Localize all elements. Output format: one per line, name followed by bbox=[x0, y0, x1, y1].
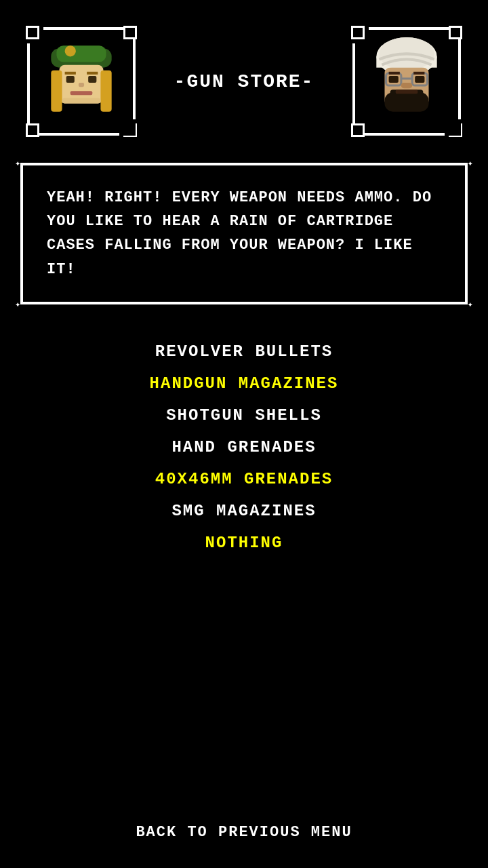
shopkeeper-portrait bbox=[357, 31, 457, 132]
svg-rect-27 bbox=[396, 90, 418, 94]
menu-item-shotgun-shells[interactable]: SHOTGUN SHELLS bbox=[166, 402, 322, 429]
header: -GUN STORE- bbox=[0, 0, 488, 149]
menu-list: REVOLVER BULLETS HANDGUN MAGAZINES SHOTG… bbox=[20, 325, 468, 570]
frame-corner-br2 bbox=[449, 123, 462, 137]
menu-item-nothing[interactable]: NOTHING bbox=[205, 530, 283, 556]
svg-rect-4 bbox=[51, 71, 62, 112]
svg-rect-8 bbox=[65, 72, 76, 75]
dialog-corner-tr: ✦ bbox=[468, 157, 473, 169]
svg-rect-6 bbox=[66, 76, 75, 83]
dialog-text: YEAH! RIGHT! EVERY WEAPON NEEDS AMMO. DO… bbox=[47, 186, 441, 281]
shopkeeper-avatar-svg bbox=[363, 37, 451, 125]
back-to-previous-menu-button[interactable]: BACK TO PREVIOUS MENU bbox=[0, 824, 488, 841]
svg-rect-23 bbox=[413, 72, 424, 75]
svg-rect-5 bbox=[100, 71, 111, 112]
store-title: -GUN STORE- bbox=[174, 71, 314, 92]
shopkeeper-portrait-frame bbox=[352, 27, 461, 136]
menu-item-handgun-magazines[interactable]: HANDGUN MAGAZINES bbox=[150, 370, 339, 397]
player-portrait bbox=[31, 31, 131, 132]
menu-item-revolver-bullets[interactable]: REVOLVER BULLETS bbox=[155, 338, 333, 365]
svg-rect-10 bbox=[79, 83, 84, 87]
frame-corner-bl bbox=[26, 123, 39, 137]
player-avatar-svg bbox=[37, 37, 125, 125]
dialog-box: ✦ ✦ YEAH! RIGHT! EVERY WEAPON NEEDS AMMO… bbox=[20, 163, 468, 304]
svg-rect-24 bbox=[401, 83, 412, 88]
svg-rect-18 bbox=[415, 76, 424, 83]
svg-rect-9 bbox=[87, 72, 98, 75]
frame-corner-bl2 bbox=[351, 123, 365, 137]
svg-rect-12 bbox=[62, 98, 101, 103]
menu-item-40x46mm-grenades[interactable]: 40X46MM GRENADES bbox=[155, 466, 333, 492]
svg-point-2 bbox=[65, 45, 76, 56]
svg-rect-7 bbox=[88, 76, 96, 83]
menu-item-hand-grenades[interactable]: HAND GRENADES bbox=[171, 434, 316, 460]
svg-rect-11 bbox=[70, 91, 93, 95]
svg-rect-1 bbox=[56, 45, 106, 62]
svg-rect-17 bbox=[389, 76, 399, 83]
frame-corner-br bbox=[123, 123, 137, 137]
frame-corner-tr bbox=[123, 26, 137, 39]
frame-corner-tr2 bbox=[449, 26, 462, 39]
frame-corner-tl2 bbox=[351, 26, 365, 39]
svg-rect-22 bbox=[389, 72, 400, 75]
menu-item-smg-magazines[interactable]: SMG MAGAZINES bbox=[171, 498, 316, 524]
frame-corner-tl bbox=[26, 26, 39, 39]
dialog-corner-bl: ✦ bbox=[15, 298, 20, 310]
player-portrait-frame bbox=[27, 27, 136, 136]
